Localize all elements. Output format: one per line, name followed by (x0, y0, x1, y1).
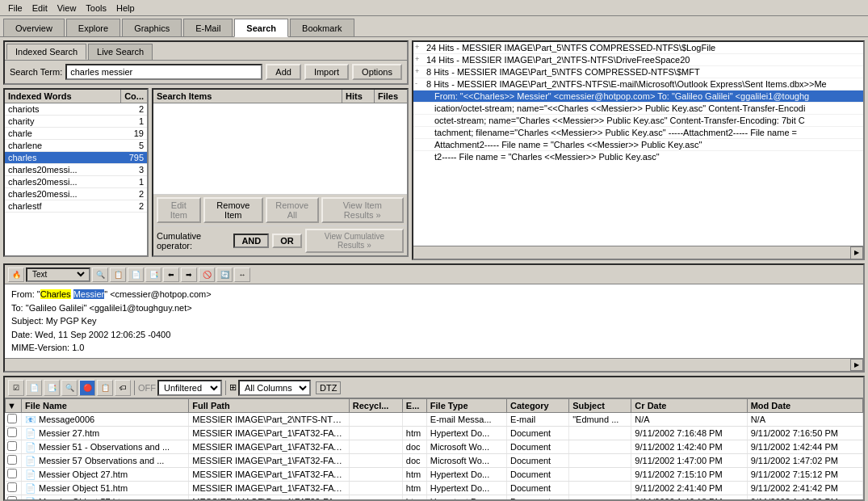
hits-panel: + 24 Hits - MESSIER IMAGE\Part_5\NTFS CO… (412, 40, 865, 260)
list-item[interactable]: charlene5 (5, 140, 147, 152)
search-items-panel: Search Items Hits Files Edit Item Remove… (152, 88, 409, 257)
hit-item[interactable]: + 8 Hits - MESSIER IMAGE\Part_5\NTFS COM… (413, 66, 863, 78)
table-row[interactable]: 📄 Messier Object 27.htm MESSIER IMAGE\Pa… (6, 468, 863, 482)
preview-btn-2[interactable]: 🔍 (92, 267, 108, 282)
col-crdate[interactable]: Cr Date (631, 399, 747, 413)
table-row[interactable]: 📄 Messier Object 57.htm MESSIER IMAGE\Pa… (6, 495, 863, 500)
indexed-words-table: Indexed Words Co... chariots2 charity1 c… (3, 88, 149, 257)
preview-content: From: "Charles Messier" <cmessier@hotpop… (5, 284, 863, 358)
file-toolbar-btn1[interactable]: ☑ (8, 380, 24, 396)
table-row[interactable]: 📄 Messier 57 Observations and ... MESSIE… (6, 454, 863, 468)
menu-file[interactable]: File (3, 2, 27, 15)
menu-edit[interactable]: Edit (27, 2, 52, 15)
dtz-badge: DTZ (316, 381, 341, 394)
list-item[interactable]: charles20messi...2 (5, 188, 147, 200)
file-toolbar-btn5[interactable]: 🔴 (79, 380, 95, 396)
hit-item[interactable]: + 14 Hits - MESSIER IMAGE\Part_2\NTFS-NT… (413, 54, 863, 66)
col-subject[interactable]: Subject (569, 399, 631, 413)
list-item[interactable]: chariots2 (5, 103, 147, 116)
hit-item[interactable]: tachment; filename="Charles <<Messier>> … (413, 127, 863, 139)
col-e[interactable]: E... (402, 399, 426, 413)
files-header[interactable]: Files (375, 90, 407, 103)
col-filename[interactable]: File Name (22, 399, 189, 413)
tab-bookmark[interactable]: Bookmark (290, 19, 354, 36)
search-items-header[interactable]: Search Items (153, 90, 342, 103)
off-label: OFF (138, 383, 156, 393)
list-item[interactable]: charles20messi...3 (5, 164, 147, 176)
preview-mode-select[interactable]: Text (29, 269, 87, 280)
table-row[interactable]: 📄 Messier 27.htm MESSIER IMAGE\Part_1\FA… (6, 427, 863, 440)
indexed-words-header[interactable]: Indexed Words (5, 90, 121, 103)
preview-btn-3[interactable]: 📋 (110, 267, 126, 282)
view-cumulative-button[interactable]: View Cumulative Results » (305, 229, 404, 253)
filter-select[interactable]: Unfiltered (157, 380, 222, 396)
tab-search[interactable]: Search (234, 19, 288, 37)
preview-btn-6[interactable]: ⬅ (163, 267, 179, 282)
columns-select[interactable]: All Columns (238, 380, 311, 396)
hits-header[interactable]: Hits (342, 90, 375, 103)
col-filetype[interactable]: File Type (426, 399, 506, 413)
and-button[interactable]: AND (233, 234, 269, 248)
list-item[interactable]: charity1 (5, 116, 147, 128)
hit-item-selected[interactable]: From: "<<Charles>> Messier" <cmessier@ho… (413, 91, 863, 103)
hit-item[interactable]: ication/octet-stream; name="<<Charles <<… (413, 103, 863, 115)
col-recycl[interactable]: Recycl... (349, 399, 402, 413)
search-panel: Indexed Search Live Search Search Term: … (3, 40, 409, 85)
preview-btn-10[interactable]: ↔ (234, 267, 250, 282)
import-button[interactable]: Import (304, 64, 349, 80)
preview-btn-9[interactable]: 🔄 (216, 267, 233, 282)
tab-indexed-search[interactable]: Indexed Search (6, 44, 86, 60)
view-item-results-button[interactable]: View Item Results » (321, 197, 404, 223)
col-fullpath[interactable]: Full Path (189, 399, 349, 413)
hits-list: + 24 Hits - MESSIER IMAGE\Part_5\NTFS CO… (413, 42, 863, 246)
hit-item[interactable]: + 24 Hits - MESSIER IMAGE\Part_5\NTFS CO… (413, 42, 863, 54)
file-toolbar-btn6[interactable]: 📋 (97, 380, 113, 396)
preview-btn-1[interactable]: 🔥 (8, 267, 24, 282)
remove-all-button[interactable]: Remove All (266, 197, 319, 223)
tab-overview[interactable]: Overview (3, 19, 65, 36)
table-row[interactable]: 📄 Messier Object 51.htm MESSIER IMAGE\Pa… (6, 482, 863, 495)
add-button[interactable]: Add (266, 64, 301, 80)
hit-item[interactable]: t2----- File name = "Charles <<Messier>>… (413, 151, 863, 162)
tab-email[interactable]: E-Mail (183, 19, 233, 36)
hit-item[interactable]: octet-stream; name="Charles <<Messier>> … (413, 115, 863, 127)
tab-graphics[interactable]: Graphics (122, 19, 182, 36)
list-item[interactable]: charle19 (5, 128, 147, 140)
col-moddate[interactable]: Mod Date (747, 399, 862, 413)
remove-item-button[interactable]: Remove Item (203, 197, 263, 223)
columns-icon: ⊞ (229, 382, 237, 393)
file-toolbar-btn4[interactable]: 🔍 (61, 380, 78, 396)
list-item[interactable]: charles795 (5, 152, 147, 164)
menubar: File Edit View Tools Help (0, 0, 868, 16)
menu-help[interactable]: Help (111, 2, 140, 15)
options-button[interactable]: Options (352, 64, 402, 80)
or-button[interactable]: OR (272, 234, 302, 248)
preview-btn-7[interactable]: ➡ (181, 267, 197, 282)
search-input[interactable] (65, 64, 262, 80)
preview-btn-5[interactable]: 📑 (145, 267, 161, 282)
menu-view[interactable]: View (52, 2, 82, 15)
count-header[interactable]: Co... (121, 90, 147, 103)
table-row[interactable]: 📧 Message0006 MESSIER IMAGE\Part_2\NTFS-… (6, 413, 863, 427)
tab-live-search[interactable]: Live Search (88, 44, 153, 60)
file-table: ▼ File Name Full Path Recycl... E... Fil… (5, 398, 863, 499)
left-panel: Indexed Search Live Search Search Term: … (0, 37, 412, 260)
file-toolbar-btn3[interactable]: 📑 (44, 380, 60, 396)
preview-area: 🔥 Text 🔍 📋 📄 📑 ⬅ ➡ 🚫 🔄 ↔ From: "Charles … (3, 263, 865, 373)
col-check[interactable]: ▼ (6, 399, 22, 413)
col-category[interactable]: Category (507, 399, 569, 413)
list-item[interactable]: charles20messi...1 (5, 176, 147, 188)
preview-toolbar: 🔥 Text 🔍 📋 📄 📑 ⬅ ➡ 🚫 🔄 ↔ (5, 265, 863, 284)
hit-item[interactable]: Attachment2----- File name = "Charles <<… (413, 139, 863, 151)
file-toolbar-btn2[interactable]: 📄 (26, 380, 42, 396)
cumulative-op-label: Cumulative operator: (157, 231, 230, 250)
file-toolbar-btn7[interactable]: 🏷 (115, 380, 131, 396)
menu-tools[interactable]: Tools (81, 2, 111, 15)
table-row[interactable]: 📄 Messier 51 - Observations and ... MESS… (6, 440, 863, 454)
list-item[interactable]: charlestf2 (5, 200, 147, 213)
preview-btn-4[interactable]: 📄 (128, 267, 144, 282)
preview-btn-8[interactable]: 🚫 (199, 267, 215, 282)
hit-item[interactable]: - 8 Hits - MESSIER IMAGE\Part_2\NTFS-NTF… (413, 78, 863, 91)
edit-item-button[interactable]: Edit Item (157, 197, 201, 223)
tab-explore[interactable]: Explore (66, 19, 120, 36)
